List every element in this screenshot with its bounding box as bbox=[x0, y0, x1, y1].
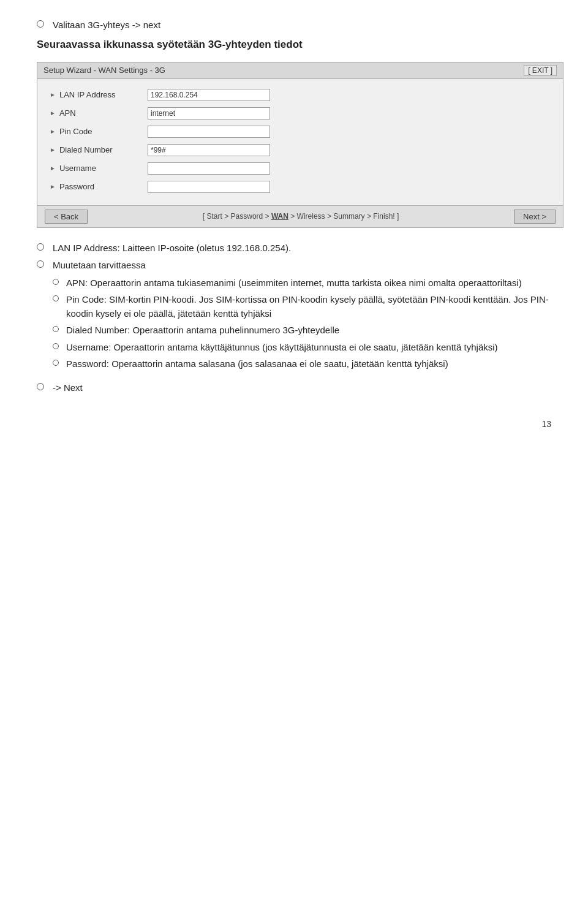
form-row: ► Dialed Number bbox=[50, 144, 551, 156]
bullet-circle-icon bbox=[37, 260, 44, 268]
sub-item-text: APN: Operaattorin antama tukiasemanimi (… bbox=[66, 276, 522, 290]
breadcrumb-end: > Wireless > Summary > Finish! ] bbox=[288, 212, 399, 221]
sub-bullet-icon bbox=[53, 343, 59, 349]
form-row: ► APN bbox=[50, 107, 551, 119]
bullet-item: LAN IP Address: Laitteen IP-osoite (olet… bbox=[37, 241, 551, 256]
bullet-text: LAN IP Address: Laitteen IP-osoite (olet… bbox=[53, 241, 551, 256]
sub-item: Dialed Number: Operaattorin antama puhel… bbox=[53, 324, 551, 338]
wizard-breadcrumb: [ Start > Password > WAN > Wireless > Su… bbox=[88, 212, 514, 221]
next-button[interactable]: Next > bbox=[514, 210, 556, 224]
form-label: ► Username bbox=[50, 164, 148, 173]
top-bullet-text: Valitaan 3G-yhteys -> next bbox=[53, 18, 551, 32]
wizard-title: Setup Wizard - WAN Settings - 3G bbox=[43, 66, 165, 75]
sub-item-text: Username: Operaattorin antama käyttäjätu… bbox=[66, 341, 498, 355]
bullet-circle-icon bbox=[37, 20, 44, 28]
sub-list: APN: Operaattorin antama tukiasemanimi (… bbox=[53, 276, 551, 371]
sub-item: Password: Operaattorin antama salasana (… bbox=[53, 357, 551, 371]
bullet-circle-icon bbox=[37, 243, 44, 251]
wizard-exit-button[interactable]: [ EXIT ] bbox=[524, 65, 557, 76]
form-input-lan-ip-address[interactable] bbox=[148, 89, 270, 101]
wizard-dialog: Setup Wizard - WAN Settings - 3G [ EXIT … bbox=[37, 62, 564, 228]
bullet-item: Muutetaan tarvittaessa bbox=[37, 259, 551, 273]
form-input-pin-code[interactable] bbox=[148, 126, 270, 138]
bullet-circle-icon bbox=[37, 383, 44, 390]
form-row: ► LAN IP Address bbox=[50, 89, 551, 101]
sub-bullet-icon bbox=[53, 295, 59, 301]
form-input-apn[interactable] bbox=[148, 107, 270, 119]
form-label: ► Password bbox=[50, 182, 148, 191]
section-heading: Seuraavassa ikkunassa syötetään 3G-yhtey… bbox=[37, 39, 551, 51]
sub-bullet-icon bbox=[53, 326, 59, 332]
wizard-footer: < Back [ Start > Password > WAN > Wirele… bbox=[37, 205, 563, 227]
bullet-text: -> Next bbox=[53, 381, 551, 395]
bullet-item: -> Next bbox=[37, 381, 551, 395]
breadcrumb-start: [ Start > Password > bbox=[203, 212, 271, 221]
form-label: ► Dialed Number bbox=[50, 145, 148, 154]
form-label: ► LAN IP Address bbox=[50, 90, 148, 99]
back-button[interactable]: < Back bbox=[45, 210, 88, 224]
sub-item-text: Pin Code: SIM-kortin PIN-koodi. Jos SIM-… bbox=[66, 293, 551, 320]
sub-item: Username: Operaattorin antama käyttäjätu… bbox=[53, 341, 551, 355]
sub-bullet-icon bbox=[53, 360, 59, 366]
form-label: ► APN bbox=[50, 108, 148, 118]
sub-item-text: Password: Operaattorin antama salasana (… bbox=[66, 357, 448, 371]
form-row: ► Password bbox=[50, 181, 551, 193]
wizard-titlebar: Setup Wizard - WAN Settings - 3G [ EXIT … bbox=[37, 62, 563, 79]
page-number: 13 bbox=[37, 419, 551, 429]
form-input-password[interactable] bbox=[148, 181, 270, 193]
form-row: ► Pin Code bbox=[50, 126, 551, 138]
breadcrumb-wan: WAN bbox=[271, 212, 288, 221]
sub-item-text: Dialed Number: Operaattorin antama puhel… bbox=[66, 324, 339, 338]
top-bullet-item: Valitaan 3G-yhteys -> next bbox=[37, 18, 551, 32]
sub-bullet-icon bbox=[53, 279, 59, 285]
sub-item: APN: Operaattorin antama tukiasemanimi (… bbox=[53, 276, 551, 290]
sub-item: Pin Code: SIM-kortin PIN-koodi. Jos SIM-… bbox=[53, 293, 551, 320]
wizard-body: ► LAN IP Address► APN► Pin Code► Dialed … bbox=[37, 79, 563, 205]
bullet-intro-text: Muutetaan tarvittaessa bbox=[53, 259, 551, 273]
form-input-username[interactable] bbox=[148, 162, 270, 175]
form-label: ► Pin Code bbox=[50, 127, 148, 136]
form-input-dialed-number[interactable] bbox=[148, 144, 270, 156]
form-row: ► Username bbox=[50, 162, 551, 175]
